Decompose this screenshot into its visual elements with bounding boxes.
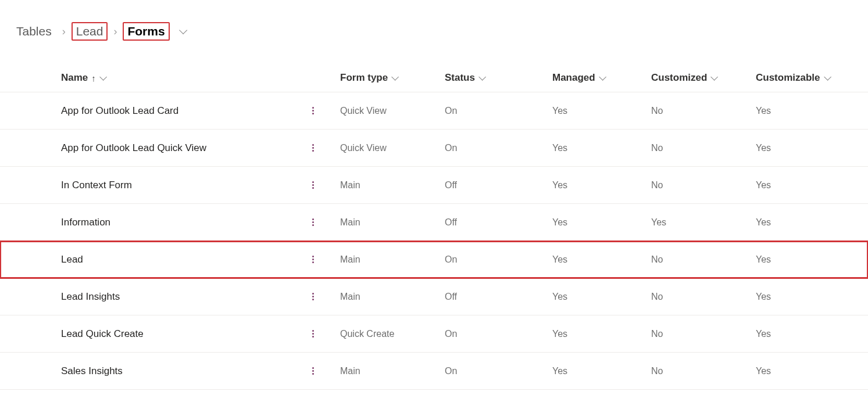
chevron-down-icon — [711, 73, 719, 81]
breadcrumb-forms[interactable]: Forms — [123, 22, 169, 41]
column-header-name[interactable]: Name ↑ — [61, 72, 340, 84]
table-row[interactable]: Lead Quick Create Quick Create On Yes No… — [0, 315, 868, 353]
more-actions-icon[interactable] — [312, 293, 314, 300]
more-actions-icon[interactable] — [312, 256, 314, 263]
table-header-row: Name ↑ Form type Status Managed Customiz… — [0, 64, 868, 92]
managed-value: Yes — [552, 329, 567, 339]
column-header-customizable-label: Customizable — [756, 72, 820, 84]
breadcrumb-lead[interactable]: Lead — [72, 22, 108, 41]
customized-value: No — [651, 180, 663, 191]
column-header-managed-label: Managed — [552, 72, 595, 84]
column-header-customized[interactable]: Customized — [651, 72, 756, 84]
form-name[interactable]: In Context Form — [61, 180, 132, 191]
customized-value: No — [651, 254, 663, 265]
more-actions-icon[interactable] — [312, 181, 314, 189]
managed-value: Yes — [552, 143, 567, 153]
more-actions-icon[interactable] — [312, 144, 314, 152]
table-row[interactable]: App for Outlook Lead Quick View Quick Vi… — [0, 130, 868, 167]
chevron-down-icon[interactable] — [179, 26, 187, 34]
form-type-value: Main — [340, 366, 360, 376]
form-name[interactable]: App for Outlook Lead Card — [61, 105, 178, 117]
table-row[interactable]: Lead Main On Yes No Yes — [0, 241, 868, 278]
table-row[interactable]: Sales Insights Main On Yes No Yes — [0, 353, 868, 390]
customized-value: No — [651, 292, 663, 302]
form-name[interactable]: Information — [61, 217, 110, 228]
form-type-value: Quick View — [340, 143, 387, 153]
customized-value: Yes — [651, 217, 666, 228]
breadcrumb: Tables › Lead › Forms — [0, 0, 868, 41]
status-value: On — [445, 366, 457, 376]
customizable-value: Yes — [756, 143, 771, 153]
chevron-down-icon — [391, 73, 399, 81]
customized-value: No — [651, 106, 663, 116]
form-type-value: Main — [340, 180, 360, 191]
status-value: Off — [445, 292, 457, 302]
customized-value: No — [651, 143, 663, 153]
chevron-down-icon — [824, 73, 831, 81]
status-value: Off — [445, 180, 457, 191]
form-name[interactable]: Lead Quick Create — [61, 328, 144, 340]
table-row[interactable]: Information Main Off Yes Yes Yes — [0, 204, 868, 241]
chevron-right-icon: › — [62, 26, 66, 38]
status-value: On — [445, 143, 457, 153]
managed-value: Yes — [552, 292, 567, 302]
column-header-customized-label: Customized — [651, 72, 707, 84]
column-header-managed[interactable]: Managed — [552, 72, 651, 84]
status-value: Off — [445, 217, 457, 228]
form-name[interactable]: App for Outlook Lead Quick View — [61, 142, 206, 154]
customizable-value: Yes — [756, 329, 771, 339]
forms-table: Name ↑ Form type Status Managed Customiz… — [0, 64, 868, 390]
more-actions-icon[interactable] — [312, 330, 314, 338]
form-type-value: Main — [340, 254, 360, 265]
more-actions-icon[interactable] — [312, 367, 314, 375]
managed-value: Yes — [552, 254, 567, 265]
customizable-value: Yes — [756, 366, 771, 376]
managed-value: Yes — [552, 217, 567, 228]
form-name[interactable]: Lead — [61, 254, 83, 265]
chevron-down-icon — [99, 73, 107, 81]
column-header-customizable[interactable]: Customizable — [756, 72, 866, 84]
customized-value: No — [651, 329, 663, 339]
form-type-value: Main — [340, 292, 360, 302]
column-header-name-label: Name — [61, 72, 88, 84]
table-row[interactable]: In Context Form Main Off Yes No Yes — [0, 167, 868, 204]
table-row[interactable]: Lead Insights Main Off Yes No Yes — [0, 278, 868, 315]
status-value: On — [445, 106, 457, 116]
customizable-value: Yes — [756, 106, 771, 116]
form-name[interactable]: Sales Insights — [61, 365, 123, 377]
customized-value: No — [651, 366, 663, 376]
column-header-status-label: Status — [445, 72, 475, 84]
managed-value: Yes — [552, 366, 567, 376]
column-header-form-type[interactable]: Form type — [340, 72, 445, 84]
chevron-down-icon — [599, 73, 606, 81]
form-type-value: Quick Create — [340, 329, 394, 339]
customizable-value: Yes — [756, 254, 771, 265]
form-type-value: Main — [340, 217, 360, 228]
more-actions-icon[interactable] — [312, 107, 314, 114]
managed-value: Yes — [552, 180, 567, 191]
customizable-value: Yes — [756, 180, 771, 191]
status-value: On — [445, 254, 457, 265]
customizable-value: Yes — [756, 217, 771, 228]
chevron-down-icon — [478, 73, 486, 81]
form-type-value: Quick View — [340, 106, 387, 116]
form-name[interactable]: Lead Insights — [61, 291, 120, 303]
breadcrumb-tables[interactable]: Tables — [12, 22, 56, 41]
column-header-form-type-label: Form type — [340, 72, 388, 84]
more-actions-icon[interactable] — [312, 218, 314, 226]
status-value: On — [445, 329, 457, 339]
sort-ascending-icon: ↑ — [91, 73, 96, 83]
managed-value: Yes — [552, 106, 567, 116]
table-row[interactable]: App for Outlook Lead Card Quick View On … — [0, 92, 868, 130]
customizable-value: Yes — [756, 292, 771, 302]
column-header-status[interactable]: Status — [445, 72, 552, 84]
chevron-right-icon: › — [113, 26, 117, 38]
